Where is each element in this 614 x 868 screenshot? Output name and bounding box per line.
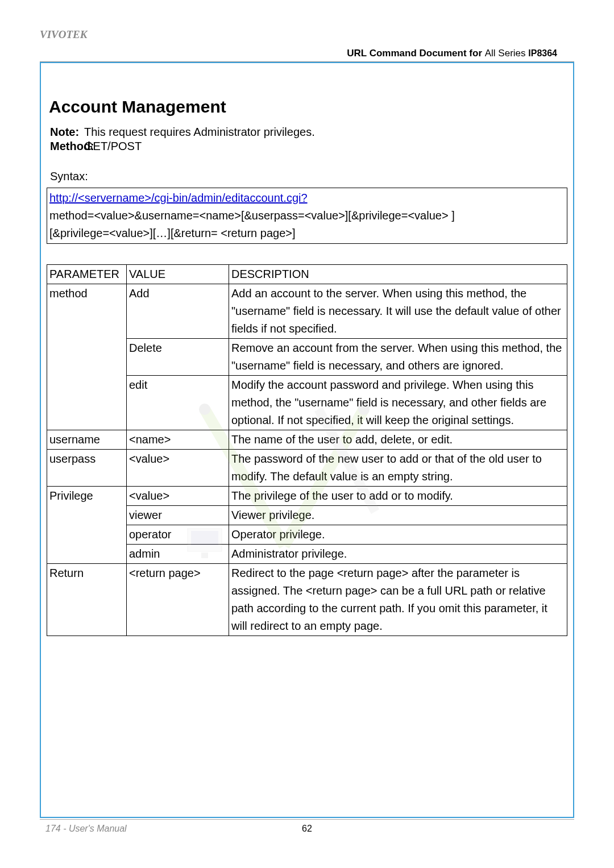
- method-text: GET/POST: [84, 140, 142, 153]
- title-series: All Series: [485, 48, 526, 59]
- table-row: method Add Add an account to the server.…: [47, 284, 567, 339]
- cell-value: viewer: [127, 506, 229, 525]
- cell-desc: The password of the new user to add or t…: [229, 450, 567, 487]
- cell-desc: Administrator privilege.: [229, 545, 567, 564]
- title-model: IP8364: [528, 48, 557, 58]
- cell-value: <value>: [127, 487, 229, 506]
- cell-value: Delete: [127, 339, 229, 376]
- cell-value: <return page>: [127, 564, 229, 636]
- cell-desc: Operator privilege.: [229, 525, 567, 545]
- cell-param: Return: [47, 564, 127, 636]
- footer-rule: [40, 819, 574, 820]
- cell-value: operator: [127, 525, 229, 545]
- cell-desc: Remove an account from the server. When …: [229, 339, 567, 376]
- cell-desc: Viewer privilege.: [229, 506, 567, 525]
- syntax-label: Syntax:: [50, 170, 567, 183]
- cell-desc: Redirect to the page <return page> after…: [229, 564, 567, 636]
- cell-param: method: [47, 284, 127, 430]
- content-frame: Account Management Note: This request re…: [40, 62, 574, 818]
- table-row: Privilege <value> The privilege of the u…: [47, 487, 567, 506]
- method-row: Method: GET/POST: [50, 140, 567, 153]
- header-value: VALUE: [127, 265, 229, 284]
- document-title: URL Command Document for All Series IP83…: [40, 48, 574, 59]
- footer: 174 - User's Manual 62: [45, 824, 569, 834]
- note-label: Note:: [50, 126, 84, 139]
- cell-desc: The privilege of the user to add or to m…: [229, 487, 567, 506]
- page-container: VIVOTEK URL Command Document for All Ser…: [0, 0, 614, 868]
- footer-left: 174 - User's Manual: [45, 824, 127, 834]
- cell-value: edit: [127, 376, 229, 430]
- cell-param: username: [47, 430, 127, 450]
- cell-param: Privilege: [47, 487, 127, 564]
- cell-desc: Add an account to the server. When using…: [229, 284, 567, 339]
- parameter-table: PARAMETER VALUE DESCRIPTION method Add A…: [47, 264, 567, 636]
- note-row: Note: This request requires Administrato…: [50, 126, 567, 139]
- table-row: username <name> The name of the user to …: [47, 430, 567, 450]
- syntax-table: http://<servername>/cgi-bin/admin/editac…: [47, 188, 567, 244]
- table-row: userpass <value> The password of the new…: [47, 450, 567, 487]
- cell-value: Add: [127, 284, 229, 339]
- section-heading: Account Management: [49, 97, 567, 117]
- title-bold: URL Command Document for: [347, 48, 484, 59]
- table-row: Return <return page> Redirect to the pag…: [47, 564, 567, 636]
- header-parameter: PARAMETER: [47, 265, 127, 284]
- cell-desc: The name of the user to add, delete, or …: [229, 430, 567, 450]
- header-description: DESCRIPTION: [229, 265, 567, 284]
- note-text: This request requires Administrator priv…: [84, 126, 315, 139]
- syntax-line-3: [&privilege=<value>][…][&return= <return…: [49, 227, 296, 239]
- brand-name: VIVOTEK: [40, 28, 574, 41]
- table-header-row: PARAMETER VALUE DESCRIPTION: [47, 265, 567, 284]
- syntax-cell: http://<servername>/cgi-bin/admin/editac…: [47, 188, 567, 244]
- cell-value: <value>: [127, 450, 229, 487]
- method-label: Method:: [50, 140, 84, 153]
- cell-value: admin: [127, 545, 229, 564]
- syntax-line-2: method=<value>&username=<name>[&userpass…: [49, 209, 455, 222]
- cell-param: userpass: [47, 450, 127, 487]
- cell-desc: Modify the account password and privileg…: [229, 376, 567, 430]
- page-number: 62: [302, 824, 312, 834]
- cell-value: <name>: [127, 430, 229, 450]
- syntax-url-link[interactable]: http://<servername>/cgi-bin/admin/editac…: [49, 192, 308, 204]
